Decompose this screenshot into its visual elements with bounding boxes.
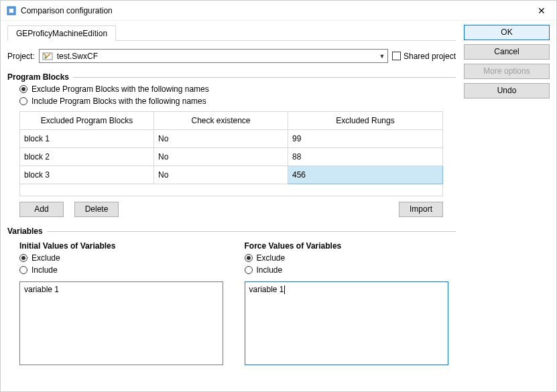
cell-name[interactable]: block 3 (20, 166, 154, 184)
variables-group-header: Variables (7, 226, 456, 236)
shared-project-label: Shared project (404, 52, 456, 61)
tab-strip: GEProficyMachineEdition (7, 25, 456, 41)
program-blocks-group-header: Program Blocks (7, 72, 456, 82)
titlebar-title: Comparison configuration (21, 6, 532, 15)
radio-include-label: Include Program Blocks with the followin… (32, 96, 206, 106)
col-excluded-rungs[interactable]: Excluded Rungs (288, 112, 443, 130)
divider (73, 77, 456, 78)
svg-point-3 (44, 56, 46, 58)
radio-initial-exclude[interactable]: Exclude (19, 253, 231, 263)
project-label: Project: (7, 52, 35, 61)
project-value: test.SwxCF (56, 52, 377, 61)
svg-rect-1 (9, 9, 13, 13)
radio-label: Include (32, 265, 58, 275)
cancel-button[interactable]: Cancel (464, 44, 550, 60)
cell-check[interactable]: No (154, 148, 288, 166)
project-combo[interactable]: test.SwxCF ▼ (39, 49, 388, 63)
radio-icon (245, 266, 253, 274)
radio-include-blocks[interactable]: Include Program Blocks with the followin… (19, 96, 456, 106)
table-row-empty[interactable] (20, 184, 443, 196)
ok-button[interactable]: OK (464, 25, 550, 40)
radio-icon (245, 254, 253, 262)
program-blocks-table: Excluded Program Blocks Check existence … (19, 111, 443, 196)
radio-force-include[interactable]: Include (245, 265, 456, 275)
side-buttons: OK Cancel More options Undo (464, 25, 550, 385)
radio-exclude-blocks[interactable]: Exclude Program Blocks with the followin… (19, 84, 456, 94)
textarea-text: variable 1 (249, 285, 284, 294)
cell-name[interactable]: block 1 (20, 130, 154, 148)
delete-button[interactable]: Delete (74, 202, 119, 217)
force-values-title: Force Values of Variables (245, 241, 456, 251)
checkbox-icon (392, 52, 401, 60)
import-button[interactable]: Import (399, 202, 443, 217)
close-button[interactable]: ✕ (532, 5, 551, 16)
radio-initial-include[interactable]: Include (19, 265, 231, 275)
col-excluded-blocks[interactable]: Excluded Program Blocks (20, 112, 154, 130)
empty-row (20, 184, 443, 196)
variables-title: Variables (7, 226, 47, 236)
table-row[interactable]: block 3 No 456 (20, 166, 443, 184)
cell-check[interactable]: No (154, 166, 288, 184)
divider (47, 231, 456, 232)
radio-icon (19, 266, 27, 274)
col-check-existence[interactable]: Check existence (154, 112, 288, 130)
text-cursor (284, 285, 285, 294)
initial-values-title: Initial Values of Variables (19, 241, 231, 251)
initial-values-col: Initial Values of Variables Exclude Incl… (19, 237, 231, 365)
radio-exclude-label: Exclude Program Blocks with the followin… (32, 84, 209, 94)
initial-values-textarea[interactable]: variable 1 (19, 281, 223, 365)
more-options-button[interactable]: More options (464, 64, 550, 79)
project-row: Project: test.SwxCF ▼ Shared project (7, 49, 456, 63)
radio-force-exclude[interactable]: Exclude (245, 253, 456, 263)
table-row[interactable]: block 1 No 99 (20, 130, 443, 148)
cell-rungs[interactable]: 88 (288, 148, 443, 166)
radio-icon (19, 97, 27, 105)
cell-name[interactable]: block 2 (20, 148, 154, 166)
spacer (129, 202, 388, 217)
cell-rungs-selected[interactable]: 456 (288, 166, 443, 184)
titlebar: Comparison configuration ✕ (1, 1, 556, 21)
shared-project-checkbox[interactable]: Shared project (392, 52, 456, 61)
cell-rungs[interactable]: 99 (288, 130, 443, 148)
undo-button[interactable]: Undo (464, 83, 550, 99)
app-icon (6, 5, 17, 16)
radio-label: Include (257, 265, 283, 275)
variables-body: Initial Values of Variables Exclude Incl… (19, 237, 456, 365)
radio-icon (19, 254, 27, 262)
project-file-icon (42, 51, 53, 62)
radio-label: Exclude (32, 253, 60, 263)
table-buttons: Add Delete Import (19, 202, 443, 217)
force-values-textarea[interactable]: variable 1 (245, 281, 448, 365)
textarea-text: variable 1 (24, 285, 59, 294)
force-values-col: Force Values of Variables Exclude Includ… (245, 237, 456, 365)
radio-label: Exclude (257, 253, 286, 263)
table-header-row: Excluded Program Blocks Check existence … (20, 112, 443, 130)
dialog-window: Comparison configuration ✕ GEProficyMach… (0, 0, 557, 392)
combo-arrow-icon: ▼ (377, 53, 387, 60)
cell-check[interactable]: No (154, 130, 288, 148)
dialog-body: GEProficyMachineEdition Project: test.Sw… (1, 21, 556, 391)
tab-geproficy[interactable]: GEProficyMachineEdition (7, 25, 116, 41)
table-row[interactable]: block 2 No 88 (20, 148, 443, 166)
radio-icon (19, 85, 27, 93)
add-button[interactable]: Add (19, 202, 64, 217)
main-panel: GEProficyMachineEdition Project: test.Sw… (7, 25, 464, 385)
program-blocks-title: Program Blocks (7, 72, 73, 82)
